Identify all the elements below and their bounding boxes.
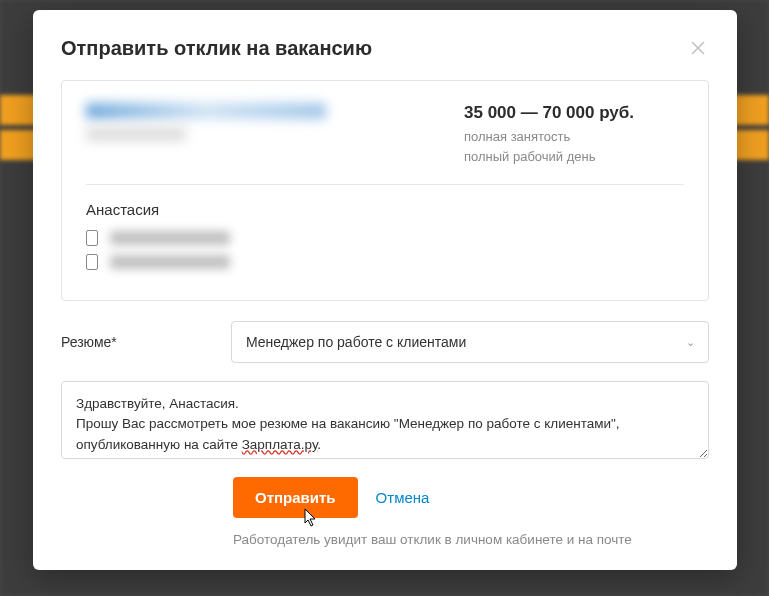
phone-icon: [86, 230, 98, 246]
button-row: Отправить Отмена: [233, 477, 709, 518]
contact-phone-obscured: [110, 231, 230, 245]
phone-icon: [86, 254, 98, 270]
salary-text: 35 000 — 70 000 руб.: [464, 103, 684, 123]
job-company-obscured: [86, 127, 186, 141]
message-wrap: Здравствуйте, Анастасия.Прошу Вас рассмо…: [61, 381, 709, 459]
resume-select[interactable]: Менеджер по работе с клиентами: [231, 321, 709, 363]
modal-header: Отправить отклик на вакансию: [33, 10, 737, 80]
contact-phone-obscured-2: [110, 255, 230, 269]
close-button[interactable]: [687, 34, 709, 62]
job-summary: 35 000 — 70 000 руб. полная занятость по…: [86, 103, 684, 185]
schedule-type: полный рабочий день: [464, 147, 684, 167]
actions-area: Отправить Отмена Работодатель увидит ваш…: [33, 477, 737, 547]
resume-label: Резюме*: [61, 334, 231, 350]
message-signoff: С уважением: [76, 457, 159, 459]
modal-title: Отправить отклик на вакансию: [61, 37, 372, 60]
close-icon: [691, 41, 705, 55]
message-textarea[interactable]: Здравствуйте, Анастасия.Прошу Вас рассмо…: [61, 381, 709, 459]
apply-modal: Отправить отклик на вакансию 35 000 — 70…: [33, 10, 737, 570]
contact-phone-row: [86, 230, 684, 246]
resume-row: Резюме* Менеджер по работе с клиентами ⌄: [33, 321, 737, 363]
message-line-2: Прошу Вас рассмотреть мое резюме на вака…: [76, 416, 620, 451]
employment-type: полная занятость: [464, 127, 684, 147]
submit-button[interactable]: Отправить: [233, 477, 358, 518]
job-details: 35 000 — 70 000 руб. полная занятость по…: [464, 103, 684, 166]
resume-select-wrap: Менеджер по работе с клиентами ⌄: [231, 321, 709, 363]
contact-phone-row-2: [86, 254, 684, 270]
message-line-1: Здравствуйте, Анастасия.: [76, 396, 239, 411]
job-card: 35 000 — 70 000 руб. полная занятость по…: [61, 80, 709, 301]
cancel-button[interactable]: Отмена: [376, 489, 430, 506]
contact-name: Анастасия: [86, 201, 684, 218]
job-title-area: [86, 103, 464, 166]
job-title-obscured: [86, 103, 326, 119]
contact-block: Анастасия: [86, 201, 684, 270]
message-site-link: Зарплата.ру: [242, 437, 318, 452]
hint-text: Работодатель увидит ваш отклик в личном …: [233, 532, 709, 547]
